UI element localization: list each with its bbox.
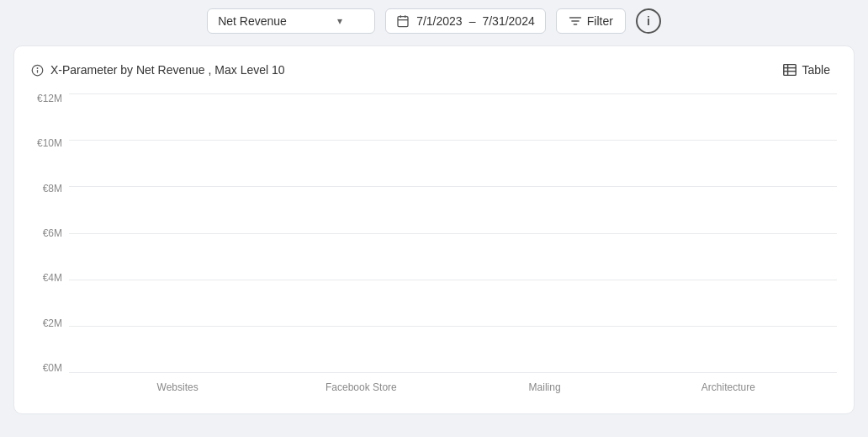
date-start: 7/1/2023 [416,14,463,28]
y-label-4: €4M [31,273,69,283]
chart-card: X-Parameter by Net Revenue , Max Level 1… [13,45,855,414]
chart-area: €0M €2M €4M €6M €8M €10M €12M [31,93,837,397]
bar-label-websites: Websites [157,381,198,393]
info-button[interactable]: i [636,8,661,34]
table-button-label: Table [802,63,830,77]
calendar-icon [396,14,410,28]
info-icon: i [647,14,650,28]
table-button[interactable]: Table [775,60,837,80]
bar-label-facebook: Facebook Store [326,381,397,393]
top-bar: Net Revenue ▾ 7/1/2023 – 7/31/2024 Filte… [13,8,855,34]
chevron-down-icon: ▾ [337,15,342,27]
chart-title: X-Parameter by Net Revenue , Max Level 1… [50,63,285,77]
metric-dropdown[interactable]: Net Revenue ▾ [207,8,375,34]
bar-label-architecture: Architecture [701,381,755,393]
y-axis: €0M €2M €4M €6M €8M €10M €12M [31,93,69,397]
bars-container: Websites Facebook Store [69,93,837,373]
y-label-12: €12M [31,93,69,104]
y-label-0: €0M [31,363,69,373]
dropdown-label: Net Revenue [218,14,287,28]
bar-label-mailing: Mailing [529,381,561,393]
date-end: 7/31/2024 [482,14,534,28]
svg-rect-10 [783,65,795,76]
date-separator: – [469,14,476,28]
chart-inner: Websites Facebook Store [69,93,837,397]
chart-header: X-Parameter by Net Revenue , Max Level 1… [31,60,837,80]
filter-icon [569,15,582,27]
chart-info-icon [31,64,44,77]
filter-button[interactable]: Filter [556,8,626,34]
y-label-6: €6M [31,228,69,238]
table-icon [782,63,797,77]
date-range-picker[interactable]: 7/1/2023 – 7/31/2024 [385,8,546,34]
y-label-10: €10M [31,138,69,148]
svg-rect-0 [398,17,408,27]
chart-title-area: X-Parameter by Net Revenue , Max Level 1… [31,63,285,77]
y-label-8: €8M [31,184,69,194]
y-label-2: €2M [31,318,69,328]
filter-label: Filter [587,14,613,28]
